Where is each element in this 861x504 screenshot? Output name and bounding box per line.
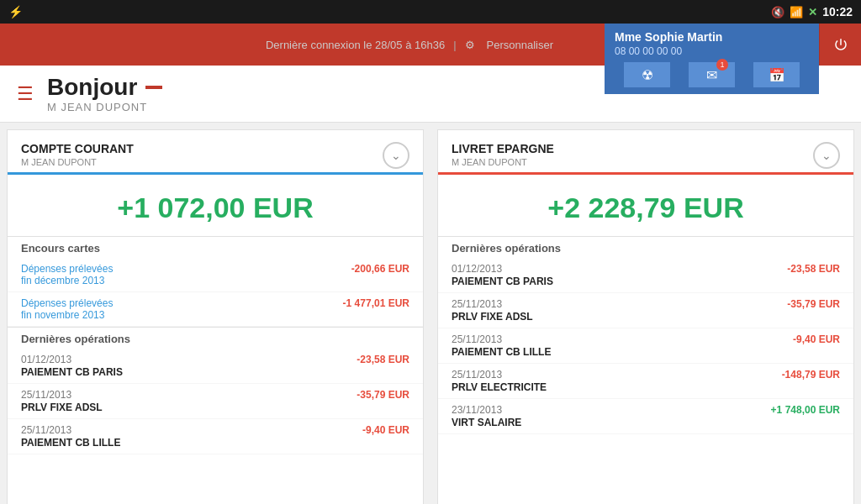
op-livret-left-5: 23/11/2013 VIRT SALAIRE [452,404,764,428]
op-livret-right-4: -148,79 EUR [764,369,840,381]
card-subtitle-livret: M JEAN DUPONT [452,157,554,167]
battery-icon: ✕ [808,6,817,18]
user-icons: ☢ ✉ 1 📅 [615,62,809,87]
op-compte-right-2: -35,79 EUR [334,389,409,401]
op-livret-right-1: -23,58 EUR [764,263,840,275]
section-ops-livret: Dernières opérations [438,236,853,258]
op-livret-right-3: -9,40 EUR [764,333,840,345]
op-compte-row-3: 25/11/2013 PAIEMENT CB LILLE -9,40 EUR [8,419,423,454]
op-livret-right-2: -35,79 EUR [764,298,840,310]
status-bar: ⚡ 🔇 📶 ✕ 10:22 [0,0,861,24]
op-livret-row-2: 25/11/2013 PRLV FIXE ADSL -35,79 EUR [438,293,853,328]
top-bar: Dernière connexion le 28/05 à 16h36 | ⚙ … [0,24,861,66]
op-livret-row-5: 23/11/2013 VIRT SALAIRE +1 748,00 EUR [438,399,853,434]
user-dropdown: Mme Sophie Martin 08 00 00 00 00 ☢ ✉ 1 📅 [605,24,819,94]
alerts-button[interactable]: ☢ [624,62,670,87]
encours-row-2: Dépenses prélevées fin novembre 2013 -1 … [8,292,423,327]
op-livret-row-1: 01/12/2013 PAIEMENT CB PARIS -23,58 EUR [438,258,853,293]
usb-icon: ⚡ [8,5,23,18]
cards-container: COMPTE COURANT M JEAN DUPONT ⌄ +1 072,00… [0,123,861,504]
op-livret-left-1: 01/12/2013 PAIEMENT CB PARIS [452,263,764,287]
menu-button[interactable]: ☰ [17,83,34,105]
card-subtitle-compte: M JEAN DUPONT [21,157,134,167]
greeting-name: M JEAN DUPONT [47,101,162,113]
greeting-dash [145,86,162,89]
op-compte-row-2: 25/11/2013 PRLV FIXE ADSL -35,79 EUR [8,384,423,419]
op-compte-left-3: 25/11/2013 PAIEMENT CB LILLE [21,424,334,449]
section-ops-compte: Dernières opérations [8,327,423,349]
card-header-livret: LIVRET EPARGNE M JEAN DUPONT ⌄ [438,130,853,175]
op-livret-row-4: 25/11/2013 PRLV ELECTRICITE -148,79 EUR [438,364,853,399]
section-encours: Encours cartes [8,236,423,258]
encours-row-1: Dépenses prélevées fin décembre 2013 -20… [8,258,423,292]
gear-icon: ⚙ [465,39,475,51]
messages-button[interactable]: ✉ 1 [689,62,735,87]
greeting-text: Bonjour [47,74,162,101]
power-icon [833,37,848,52]
messages-icon: ✉ [706,67,717,83]
clock: 10:22 [822,5,853,18]
encours-right-2: -1 477,01 EUR [334,297,409,309]
op-compte-row-1: 01/12/2013 PAIEMENT CB PARIS -23,58 EUR [8,349,423,384]
mute-icon: 🔇 [771,6,784,18]
separator: | [453,39,456,51]
encours-right-1: -200,66 EUR [334,263,409,275]
greeting-block: Bonjour M JEAN DUPONT [47,74,162,113]
wifi-icon: 📶 [790,6,803,18]
op-compte-left-1: 01/12/2013 PAIEMENT CB PARIS [21,354,334,378]
card-expand-livret[interactable]: ⌄ [813,142,840,169]
card-title-compte: COMPTE COURANT [21,142,134,155]
user-phone: 08 00 00 00 00 [615,45,809,57]
card-balance-livret: +2 228,79 EUR [438,175,853,236]
card-livret-epargne: LIVRET EPARGNE M JEAN DUPONT ⌄ +2 228,79… [437,129,854,504]
encours-left-2: Dépenses prélevées fin novembre 2013 [21,297,334,321]
card-compte-courant: COMPTE COURANT M JEAN DUPONT ⌄ +1 072,00… [7,129,424,504]
op-livret-left-4: 25/11/2013 PRLV ELECTRICITE [452,369,764,393]
encours-left-1: Dépenses prélevées fin décembre 2013 [21,263,334,286]
op-livret-left-2: 25/11/2013 PRLV FIXE ADSL [452,298,764,323]
card-balance-compte: +1 072,00 EUR [8,175,423,236]
calendar-button[interactable]: 📅 [753,62,800,87]
op-livret-right-5: +1 748,00 EUR [764,404,840,416]
card-expand-compte[interactable]: ⌄ [383,142,409,169]
last-login-text: Dernière connexion le 28/05 à 16h36 [266,39,445,51]
op-compte-right-1: -23,58 EUR [334,354,409,365]
op-compte-right-3: -9,40 EUR [334,424,409,436]
op-livret-left-3: 25/11/2013 PAIEMENT CB LILLE [452,333,764,358]
calendar-icon: 📅 [769,67,785,83]
op-livret-row-3: 25/11/2013 PAIEMENT CB LILLE -9,40 EUR [438,328,853,364]
op-compte-left-2: 25/11/2013 PRLV FIXE ADSL [21,389,334,413]
card-header-compte: COMPTE COURANT M JEAN DUPONT ⌄ [8,130,423,175]
alerts-icon: ☢ [642,67,653,83]
user-name: Mme Sophie Martin [615,30,809,44]
greeting-label: Bonjour [47,74,137,101]
personnaliser-link[interactable]: Personnaliser [487,39,554,51]
card-title-livret: LIVRET EPARGNE [452,142,554,155]
messages-badge: 1 [716,59,728,71]
power-button[interactable] [819,24,861,66]
